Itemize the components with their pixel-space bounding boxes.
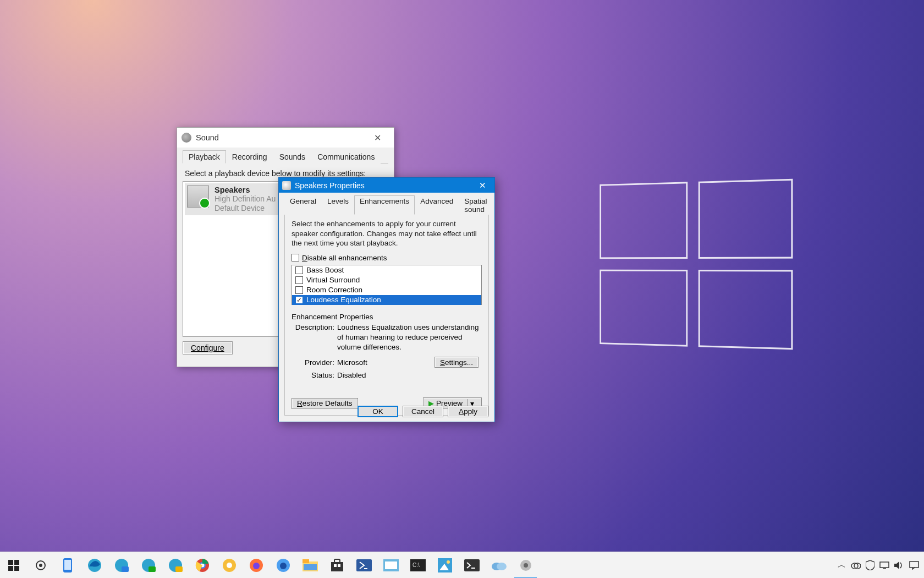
panel-instruction: Select the enhancements to apply for you…	[292, 219, 482, 248]
start-icon	[8, 560, 19, 571]
tray-vm[interactable]	[877, 552, 892, 578]
dialog-footer: OK Cancel Apply	[358, 406, 488, 417]
chevron-up-icon: ︿	[838, 560, 846, 570]
ok-button[interactable]: OK	[358, 406, 398, 417]
taskbar-sound-cpl[interactable]	[512, 552, 539, 578]
device-name: Speakers	[215, 186, 276, 194]
checkbox-icon	[295, 266, 303, 274]
sound-window-titlebar[interactable]: Sound ✕	[177, 128, 394, 148]
windows-logo-watermark	[600, 179, 793, 350]
chrome-canary-icon	[222, 558, 237, 572]
taskbar-powershell[interactable]	[350, 552, 377, 578]
checkbox-icon	[295, 286, 303, 294]
checkbox-icon	[295, 296, 303, 304]
taskbar-edge-canary[interactable]	[162, 552, 189, 578]
enh-loudness-equalization[interactable]: Loudness Equalization	[292, 295, 481, 305]
configure-button[interactable]: Configure	[183, 341, 233, 355]
tray-action-center[interactable]	[906, 552, 922, 578]
tray-volume[interactable]	[892, 552, 906, 578]
taskbar-edge-beta[interactable]	[108, 552, 135, 578]
enh-bass-boost[interactable]: Bass Boost	[292, 265, 481, 275]
cancel-button[interactable]: Cancel	[403, 406, 443, 417]
cmd-icon: C:\	[410, 559, 426, 571]
taskbar-settings[interactable]	[27, 552, 54, 578]
tab-advanced[interactable]: Advanced	[415, 195, 459, 215]
taskbar: C:\ ︿	[0, 552, 924, 578]
edge-beta-icon	[114, 558, 129, 573]
sound-window-title: Sound	[196, 133, 361, 142]
enhancement-properties-label: Enhancement Properties	[292, 313, 482, 321]
tab-playback[interactable]: Playback	[183, 150, 226, 163]
props-window-title: Speakers Properties	[295, 181, 466, 190]
taskbar-firefox-dev[interactable]	[270, 552, 296, 578]
enh-room-correction[interactable]: Room Correction	[292, 285, 481, 295]
svg-rect-28	[334, 559, 340, 563]
settings-button[interactable]: Settings...	[435, 357, 479, 368]
tab-general[interactable]: General	[284, 195, 322, 215]
enh-virtual-surround[interactable]: Virtual Surround	[292, 275, 481, 285]
start-button[interactable]	[0, 552, 27, 578]
close-icon[interactable]: ✕	[365, 128, 389, 148]
volume-icon	[894, 561, 904, 570]
tray-overflow[interactable]: ︿	[834, 552, 849, 578]
apply-button[interactable]: Apply	[448, 406, 488, 417]
svg-rect-2	[8, 566, 13, 571]
svg-rect-3	[14, 566, 19, 571]
store-icon	[330, 558, 344, 572]
taskbar-pinned: C:\	[0, 552, 539, 578]
taskbar-explorer[interactable]	[296, 552, 323, 578]
device-driver: High Definition Au	[215, 194, 276, 204]
svg-rect-0	[8, 560, 13, 565]
chrome-icon	[195, 558, 210, 572]
terminal-icon	[464, 559, 480, 571]
tab-communications[interactable]: Communications	[311, 150, 381, 163]
description-value: Loudness Equalization uses understanding…	[337, 323, 482, 353]
restore-defaults-button[interactable]: Restore Defaults	[292, 398, 358, 409]
svg-rect-1	[14, 560, 19, 565]
taskbar-store[interactable]	[323, 552, 350, 578]
svg-rect-14	[175, 566, 183, 572]
tab-spatial[interactable]: Spatial sound	[459, 195, 492, 215]
svg-rect-30	[338, 564, 340, 567]
props-titlebar[interactable]: Speakers Properties ✕	[279, 178, 494, 193]
svg-rect-26	[304, 564, 317, 570]
taskbar-edge-dev[interactable]	[135, 552, 162, 578]
tab-sounds[interactable]: Sounds	[273, 150, 311, 163]
tab-recording[interactable]: Recording	[226, 150, 273, 163]
checkbox-icon	[292, 254, 299, 261]
taskbar-chrome-canary[interactable]	[216, 552, 243, 578]
firefox-dev-icon	[276, 558, 290, 572]
disable-all-checkbox[interactable]: Disable all enhancements	[292, 254, 482, 262]
enhancement-properties: Description: Loudness Equalization uses …	[292, 323, 482, 380]
taskbar-firefox[interactable]	[243, 552, 270, 578]
tray-onedrive[interactable]	[849, 552, 863, 578]
enhancements-panel: Select the enhancements to apply for you…	[284, 215, 489, 416]
tray-defender[interactable]	[863, 552, 877, 578]
onedrive-icon	[491, 560, 507, 571]
system-tray: ︿	[834, 552, 924, 578]
edge-canary-icon	[168, 558, 183, 573]
phone-icon	[63, 558, 73, 573]
svg-rect-25	[302, 559, 309, 563]
tab-enhancements[interactable]: Enhancements	[354, 195, 415, 215]
taskbar-edge[interactable]	[81, 552, 108, 578]
taskbar-onedrive[interactable]	[485, 552, 512, 578]
taskbar-your-phone[interactable]	[54, 552, 81, 578]
status-value: Disabled	[337, 370, 482, 380]
edge-dev-icon	[141, 558, 156, 573]
device-status: Default Device	[215, 204, 276, 213]
description-label: Description:	[292, 323, 334, 353]
taskbar-terminal[interactable]	[458, 552, 485, 578]
vm-icon	[879, 561, 889, 569]
close-icon[interactable]: ✕	[470, 178, 494, 193]
svg-point-38	[447, 560, 450, 564]
taskbar-photos[interactable]	[431, 552, 458, 578]
taskbar-cmd[interactable]: C:\	[404, 552, 431, 578]
tab-levels[interactable]: Levels	[322, 195, 354, 215]
speakers-properties-window: Speakers Properties ✕ General Levels Enh…	[278, 177, 495, 422]
enhancements-list[interactable]: Bass Boost Virtual Surround Room Correct…	[292, 265, 482, 305]
taskbar-mail[interactable]	[377, 552, 404, 578]
onedrive-sync-icon	[851, 562, 861, 569]
status-label: Status:	[292, 370, 334, 380]
taskbar-chrome[interactable]	[189, 552, 216, 578]
